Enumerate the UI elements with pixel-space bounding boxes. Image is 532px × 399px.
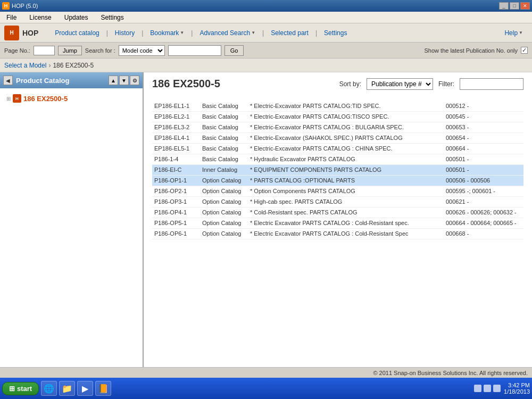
table-row[interactable]: P186-OP3-1 Option Catalog * High-cab spe… — [152, 196, 523, 207]
minimize-button[interactable]: _ — [499, 2, 509, 10]
star-icon: * — [250, 103, 254, 109]
searchbar-left: Page No.: Jump Search for : Model code P… — [4, 45, 244, 56]
jump-button[interactable]: Jump — [58, 46, 82, 55]
bookmark-dropdown-arrow: ▼ — [180, 30, 184, 35]
table-row[interactable]: EP186-EL3-2 Basic Catalog * Electric-Exc… — [152, 122, 523, 132]
taskbar-icon-hop[interactable]: 📙 — [95, 381, 111, 396]
show-latest-checkbox[interactable]: ✓ — [521, 47, 528, 54]
menu-file[interactable]: File — [2, 13, 21, 22]
row-id: EP186-EL4-1 — [152, 132, 200, 143]
row-desc: * Electric Excavator PARTS CATALOG : Col… — [248, 228, 444, 239]
titlebar-buttons[interactable]: _ □ ✕ — [499, 2, 530, 10]
table-row[interactable]: P186-OP2-1 Option Catalog * Option Compo… — [152, 186, 523, 196]
menu-updates[interactable]: Updates — [60, 13, 93, 22]
page-no-input[interactable] — [34, 46, 55, 55]
sidebar: ◀ Product Catalog ▲ ▼ ⚙ ⊞ H 186 EX2500-5 — [0, 72, 144, 367]
filter-label: Filter: — [438, 80, 454, 88]
logo-text: HOP — [22, 29, 38, 37]
filter-input[interactable] — [460, 78, 523, 90]
row-id: P186-OP2-1 — [152, 186, 200, 196]
row-num: 000626 - 000626; 000632 - — [444, 207, 523, 218]
row-num: 000621 - — [444, 196, 523, 207]
sortby-select[interactable]: Publication type # Part number Descripti… — [367, 78, 433, 90]
windows-logo: ⊞ — [9, 385, 15, 393]
sidebar-item-model[interactable]: ⊞ H 186 EX2500-5 — [4, 93, 138, 104]
statusbar-text: © 2011 Snap-on Business Solutions Inc. A… — [373, 370, 528, 376]
nav-bookmark[interactable]: Bookmark ▼ — [145, 27, 189, 39]
row-num: 000501 - — [444, 164, 523, 175]
go-button[interactable]: Go — [225, 45, 244, 56]
table-row[interactable]: EP186-EL2-1 Basic Catalog * Electric-Exc… — [152, 111, 523, 122]
row-desc: * PARTS CATALOG :OPTIONAL PARTS — [248, 175, 444, 186]
menu-settings[interactable]: Settings — [96, 13, 128, 22]
row-desc: * Cold-Resistant spec. PARTS CATALOG — [248, 207, 444, 218]
nav-settings[interactable]: Settings — [319, 27, 352, 39]
breadcrumb-current: 186 EX2500-5 — [53, 62, 94, 69]
expand-icon: ⊞ — [6, 96, 11, 102]
nav-advanced-search[interactable]: Advanced Search ▼ — [195, 27, 260, 39]
maximize-button[interactable]: □ — [510, 2, 519, 10]
sidebar-collapse-button[interactable]: ◀ — [3, 76, 13, 85]
breadcrumb-separator: › — [48, 62, 51, 69]
row-num: 000501 - — [444, 154, 523, 164]
row-num: 000664 - 000664; 000665 - — [444, 218, 523, 228]
table-row[interactable]: P186-OP1-1 Option Catalog * PARTS CATALO… — [152, 175, 523, 186]
row-type: Basic Catalog — [200, 143, 248, 154]
main-panel: 186 EX2500-5 Sort by: Publication type #… — [144, 72, 532, 367]
close-button[interactable]: ✕ — [520, 2, 530, 10]
row-type: Basic Catalog — [200, 101, 248, 111]
table-row[interactable]: EP186-EL5-1 Basic Catalog * Electric-Exc… — [152, 143, 523, 154]
taskbar-icon-media[interactable]: ▶ — [77, 381, 93, 396]
tray-icon-volume — [484, 385, 491, 392]
taskbar-icon-ie[interactable]: 🌐 — [41, 381, 57, 396]
table-row[interactable]: P186-1-4 Basic Catalog * Hydraulic Excav… — [152, 154, 523, 164]
nav-selected-part[interactable]: Selected part — [266, 27, 313, 39]
nav-help[interactable]: Help ▼ — [500, 27, 528, 39]
star-icon: * — [250, 188, 254, 194]
sidebar-up-button[interactable]: ▲ — [109, 76, 118, 85]
table-row[interactable]: P186-OP5-1 Option Catalog * Electric Exc… — [152, 218, 523, 228]
sidebar-settings-button[interactable]: ⚙ — [130, 76, 139, 85]
logo-area: H HOP — [4, 26, 38, 40]
table-row[interactable]: P186-OP6-1 Option Catalog * Electric Exc… — [152, 228, 523, 239]
tray-icon-power — [493, 385, 501, 392]
clock: 3:42 PM 1/18/2013 — [504, 382, 530, 395]
table-row[interactable]: P186-OP4-1 Option Catalog * Cold-Resista… — [152, 207, 523, 218]
panel-title: 186 EX2500-5 — [152, 78, 334, 90]
row-type: Basic Catalog — [200, 132, 248, 143]
help-dropdown-arrow: ▼ — [519, 30, 523, 35]
search-input[interactable] — [168, 45, 221, 56]
tray-icon-network — [474, 385, 481, 392]
taskbar-left: ⊞ start 🌐 📁 ▶ 📙 — [2, 381, 111, 396]
catalog-table: EP186-EL1-1 Basic Catalog * Electric-Exc… — [152, 101, 523, 239]
show-latest-label: Show the latest Publication No. only — [425, 47, 518, 54]
sidebar-down-button[interactable]: ▼ — [119, 76, 129, 85]
nav-history[interactable]: History — [110, 27, 139, 39]
star-icon: * — [250, 167, 254, 173]
titlebar-left: H HOP (5.0) — [2, 2, 38, 10]
nav-product-catalog[interactable]: Product catalog — [50, 27, 104, 39]
row-num: 000595 -; 000601 - — [444, 186, 523, 196]
breadcrumb-select-model[interactable]: Select a Model — [4, 62, 46, 69]
nav-sep-3: | — [190, 29, 194, 37]
searchbar-right: Show the latest Publication No. only ✓ — [425, 47, 528, 54]
row-desc: * Electric-Excavator PARTS CATALOG : BUL… — [248, 122, 444, 132]
sidebar-item-label: 186 EX2500-5 — [23, 95, 68, 103]
table-row[interactable]: P186-EI-C Inner Catalog * EQUIPMENT COMP… — [152, 164, 523, 175]
main-content: ◀ Product Catalog ▲ ▼ ⚙ ⊞ H 186 EX2500-5… — [0, 72, 532, 367]
row-desc: * Option Components PARTS CATALOG — [248, 186, 444, 196]
start-button[interactable]: ⊞ start — [2, 382, 39, 395]
table-row[interactable]: EP186-EL4-1 Basic Catalog * Electric-Exc… — [152, 132, 523, 143]
star-icon: * — [250, 135, 254, 141]
star-icon: * — [250, 198, 254, 205]
menu-license[interactable]: License — [25, 13, 55, 22]
row-desc: * Electric-Excavator PARTS CATALOG : CHI… — [248, 143, 444, 154]
row-desc: * Electric-Excavator (SAHAKOL SPEC.) PAR… — [248, 132, 444, 143]
star-icon: * — [250, 124, 254, 130]
taskbar-icon-folder[interactable]: 📁 — [59, 381, 75, 396]
row-num: 000654 - — [444, 132, 523, 143]
search-select[interactable]: Model code Part number Description — [119, 45, 165, 56]
row-id: EP186-EL3-2 — [152, 122, 200, 132]
table-row[interactable]: EP186-EL1-1 Basic Catalog * Electric-Exc… — [152, 101, 523, 111]
sidebar-item-book-icon: H — [13, 94, 21, 103]
